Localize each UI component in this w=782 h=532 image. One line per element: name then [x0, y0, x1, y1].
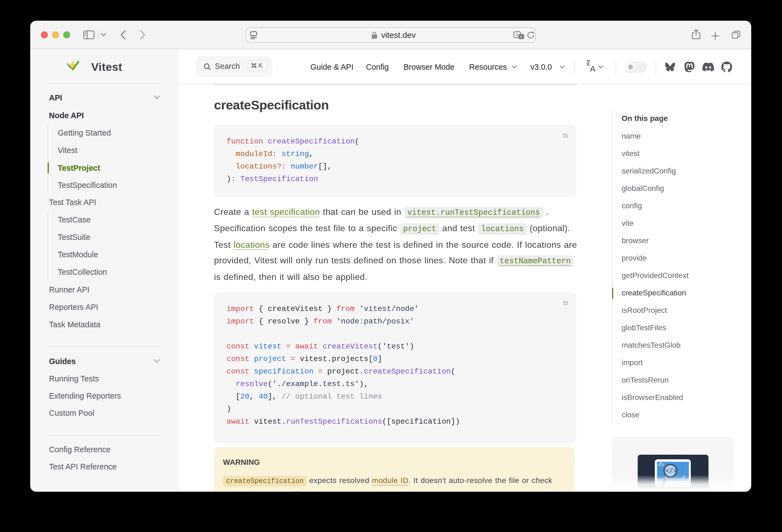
svg-text:A: A — [516, 33, 519, 37]
svg-text:x: x — [520, 35, 522, 39]
svg-text:A: A — [590, 64, 596, 73]
svg-text:</>: </> — [666, 468, 677, 475]
